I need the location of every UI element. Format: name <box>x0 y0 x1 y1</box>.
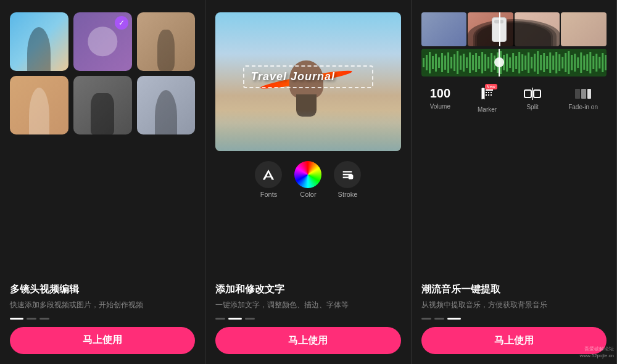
svg-rect-58 <box>598 57 600 68</box>
panel2-title: 添加和修改文字 <box>215 283 400 296</box>
svg-rect-16 <box>469 52 471 73</box>
fadein-control[interactable]: Fade-in on <box>568 86 598 113</box>
svg-point-62 <box>494 57 504 67</box>
tool-stroke[interactable]: Stroke <box>334 161 361 198</box>
volume-value: 100 <box>430 86 450 101</box>
tool-fonts[interactable]: Fonts <box>255 161 282 198</box>
svg-rect-6 <box>438 57 440 68</box>
svg-rect-9 <box>447 52 449 73</box>
color-icon-circle <box>294 161 321 188</box>
svg-rect-52 <box>580 52 582 73</box>
media-thumb-4[interactable] <box>10 76 68 134</box>
panel-music: 100 Volume New Marker Split <box>412 0 617 364</box>
svg-rect-70 <box>581 89 586 99</box>
panel1-dots <box>10 318 195 320</box>
svg-rect-69 <box>575 89 580 99</box>
svg-rect-57 <box>595 54 597 72</box>
media-grid: ✓ <box>10 12 195 134</box>
tool-icons-row: Fonts Color Stroke <box>255 161 361 198</box>
panel3-cta[interactable]: 马上使用 <box>421 327 607 354</box>
split-icon <box>524 86 541 101</box>
svg-rect-5 <box>435 54 437 72</box>
svg-rect-31 <box>515 56 517 69</box>
panel3-title: 潮流音乐一键提取 <box>421 283 607 296</box>
svg-rect-60 <box>605 55 607 70</box>
svg-rect-67 <box>534 90 540 97</box>
new-badge: New <box>485 84 497 89</box>
marker-badge-container: New <box>480 86 495 104</box>
waveform-bar <box>421 49 607 77</box>
svg-rect-28 <box>506 54 508 72</box>
check-icon: ✓ <box>115 16 128 30</box>
svg-rect-51 <box>577 57 579 68</box>
volume-control[interactable]: 100 Volume <box>430 86 450 113</box>
media-thumb-6[interactable] <box>137 76 196 134</box>
stroke-label: Stroke <box>338 191 358 198</box>
svg-rect-45 <box>558 54 560 71</box>
panel1-cta[interactable]: 马上使用 <box>10 327 195 354</box>
watermark-line2: www.52pojie.cn <box>579 352 614 359</box>
panel1-bottom: 多镜头视频编辑 快速添加多段视频或图片，开始创作视频 马上使用 <box>10 271 195 354</box>
media-thumb-2[interactable]: ✓ <box>73 12 132 71</box>
fonts-icon-circle <box>255 161 282 188</box>
svg-rect-54 <box>586 54 588 71</box>
audio-preview <box>421 12 607 77</box>
svg-rect-32 <box>518 52 520 73</box>
svg-rect-49 <box>571 55 573 70</box>
svg-rect-22 <box>487 57 489 68</box>
strip-thumb-4 <box>561 12 607 46</box>
fonts-icon <box>262 168 275 181</box>
playhead-line <box>499 12 500 46</box>
svg-rect-53 <box>583 56 585 70</box>
svg-rect-23 <box>491 53 492 72</box>
media-thumb-1[interactable] <box>10 12 68 71</box>
svg-rect-38 <box>537 51 539 74</box>
svg-rect-11 <box>453 54 455 71</box>
svg-rect-42 <box>549 52 551 73</box>
svg-rect-15 <box>466 57 468 68</box>
media-thumb-3[interactable] <box>137 12 196 71</box>
stroke-icon-circle <box>334 161 361 188</box>
waveform-svg <box>421 49 607 77</box>
split-control[interactable]: Split <box>524 86 541 113</box>
water-overlay <box>215 110 400 152</box>
panel-text-edit: Travel Journal Fonts Color Stro <box>205 0 411 364</box>
svg-rect-20 <box>481 52 483 73</box>
video-strip <box>421 12 607 46</box>
dot-1 <box>10 318 23 320</box>
panel2-dots <box>215 318 400 320</box>
panel2-cta[interactable]: 马上使用 <box>215 327 400 354</box>
dot-3 <box>245 318 255 320</box>
media-thumb-5[interactable] <box>73 76 132 134</box>
svg-rect-7 <box>441 53 443 72</box>
panel2-desc: 一键添加文字，调整颜色、描边、字体等 <box>215 300 400 310</box>
svg-rect-18 <box>475 53 477 72</box>
svg-rect-14 <box>463 54 465 72</box>
text-overlay-box[interactable]: Travel Journal <box>243 65 373 88</box>
split-label: Split <box>526 104 538 110</box>
video-bg: Travel Journal <box>215 12 400 151</box>
svg-rect-47 <box>565 53 566 72</box>
dot-2 <box>434 318 444 320</box>
svg-rect-29 <box>509 57 511 68</box>
tool-color[interactable]: Color <box>294 161 321 198</box>
watermark-line1: 吾爱破解论坛 <box>579 345 614 352</box>
svg-rect-19 <box>478 56 480 69</box>
video-preview: Travel Journal <box>215 12 400 151</box>
svg-rect-37 <box>534 54 536 72</box>
panel3-dots <box>421 318 607 320</box>
svg-rect-33 <box>521 54 523 71</box>
dot-1 <box>421 318 431 320</box>
color-label: Color <box>300 191 316 198</box>
svg-rect-48 <box>568 51 569 74</box>
stroke-icon <box>341 168 354 181</box>
svg-rect-34 <box>524 56 526 70</box>
svg-rect-12 <box>457 51 458 74</box>
svg-rect-50 <box>574 54 576 72</box>
audio-controls: 100 Volume New Marker Split <box>421 86 607 113</box>
svg-rect-17 <box>472 55 474 70</box>
strip-thumb-1 <box>421 12 467 46</box>
svg-rect-40 <box>543 53 545 72</box>
fadein-label: Fade-in on <box>568 104 598 110</box>
marker-control[interactable]: New Marker <box>478 86 497 113</box>
